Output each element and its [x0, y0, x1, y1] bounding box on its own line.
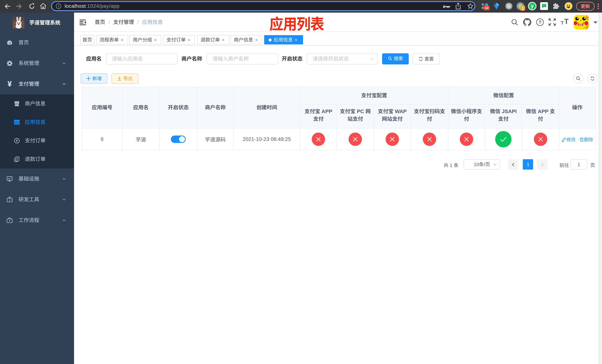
svg-text:?: ? [538, 20, 541, 25]
svg-text:¥: ¥ [16, 139, 18, 143]
